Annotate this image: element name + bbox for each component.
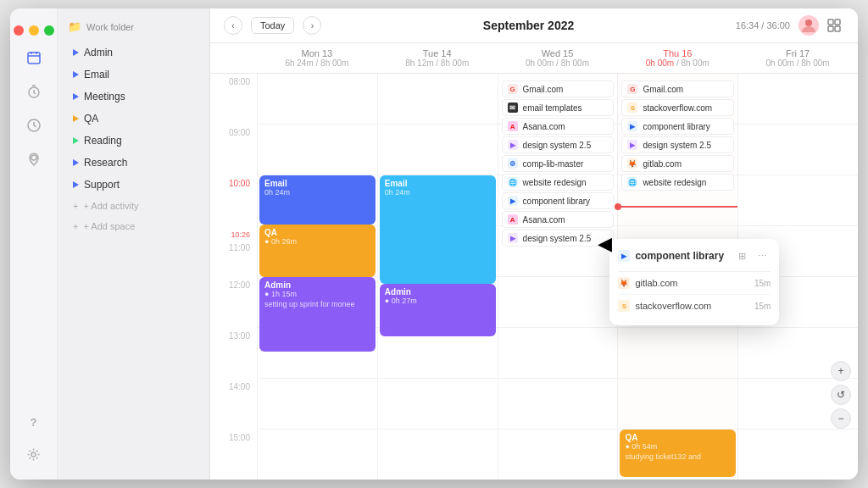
task-gmail-thu[interactable]: G Gmail.com — [621, 80, 734, 97]
task-gmail-wed[interactable]: G Gmail.com — [502, 80, 615, 97]
day-col-wed: G Gmail.com ✉ email templates A Asana.co… — [498, 74, 618, 480]
add-icon: + — [73, 221, 78, 231]
event-admin-tue[interactable]: Admin ● 0h 27m — [380, 284, 496, 336]
task-stackoverflow-thu[interactable]: S stackoverflow.com — [621, 99, 734, 116]
gitlab-icon: 🦊 — [618, 277, 630, 289]
maximize-button[interactable] — [44, 25, 54, 36]
event-email-mon[interactable]: Email 0h 24m — [259, 175, 376, 225]
event-qa-mon[interactable]: QA ● 0h 26m — [259, 225, 376, 277]
gmail-icon: G — [627, 84, 637, 94]
popup-header: ▶ component library ⊞ ⋯ — [618, 247, 771, 272]
sidebar-item-label: Support — [84, 179, 120, 191]
cursor: ▶ — [598, 233, 612, 255]
task-component-wed[interactable]: ▶ component library — [502, 192, 615, 209]
day-header-fri: Fri 17 0h 00m / 8h 00m — [737, 43, 858, 73]
folder-icon: 📁 — [68, 20, 81, 33]
prev-button[interactable]: ‹ — [224, 16, 242, 35]
sidebar-item-research[interactable]: Research — [63, 152, 204, 173]
nav-calendar[interactable] — [19, 42, 49, 73]
website-icon: 🌐 — [627, 177, 637, 187]
time-display: 16:34 / 36:00 — [736, 20, 790, 30]
email-icon: ✉ — [508, 103, 518, 113]
expand-icon — [73, 93, 79, 100]
close-button[interactable] — [14, 25, 24, 36]
sidebar-item-label: QA — [84, 113, 98, 125]
popup-edit-button[interactable]: ⊞ — [733, 247, 750, 264]
design2-icon: ▶ — [508, 233, 518, 243]
component-icon: ▶ — [508, 196, 518, 206]
sidebar-item-reading[interactable]: Reading — [63, 130, 204, 151]
sidebar-item-label: Reading — [84, 135, 122, 147]
grid-view-icon[interactable] — [824, 15, 844, 36]
day-header-thu: Thu 16 0h 00m / 8h 00m — [617, 43, 737, 73]
svg-rect-11 — [828, 26, 833, 31]
task-asana2-wed[interactable]: A Asana.com — [502, 211, 615, 228]
expand-icon — [73, 137, 79, 144]
add-space-button[interactable]: + + Add space — [63, 217, 204, 236]
zoom-reset-button[interactable]: ↺ — [831, 385, 851, 405]
nav-timers[interactable] — [19, 76, 49, 107]
task-website-thu[interactable]: 🌐 website redesign — [621, 174, 734, 191]
minimize-button[interactable] — [29, 25, 39, 36]
zoom-out-button[interactable]: − — [831, 408, 851, 429]
task-design-thu[interactable]: ▶ design system 2.5 — [621, 136, 734, 153]
nav-clock[interactable] — [19, 110, 49, 141]
next-button[interactable]: › — [303, 16, 321, 35]
expand-icon — [73, 49, 79, 56]
add-icon: + — [73, 201, 78, 211]
nav-help[interactable]: ? — [19, 407, 49, 437]
task-complibmaster-wed[interactable]: ⚙ comp-lib-master — [502, 155, 615, 172]
sidebar-header-label: Work folder — [86, 22, 134, 32]
wed-tasks: G Gmail.com ✉ email templates A Asana.co… — [498, 74, 618, 480]
sidebar-item-meetings[interactable]: Meetings — [63, 86, 204, 107]
add-activity-button[interactable]: + + Add activity — [63, 197, 204, 215]
stackoverflow-icon: S — [618, 300, 630, 312]
today-button[interactable]: Today — [251, 17, 294, 34]
popup-row-stackoverflow[interactable]: S stackoverflow.com 15m — [618, 295, 771, 317]
popup-more-button[interactable]: ⋯ — [754, 247, 771, 264]
thu-events: G Gmail.com S stackoverflow.com ▶ compon… — [618, 74, 737, 480]
task-design-wed[interactable]: ▶ design system 2.5 — [502, 136, 615, 153]
sidebar-item-email[interactable]: Email — [63, 64, 204, 85]
main-content: ‹ Today › September 2022 16:34 / 36:00 — [210, 8, 858, 480]
nav-location[interactable] — [19, 144, 49, 175]
day-col-tue: Email 0h 24m Admin ● 0h 27m — [377, 74, 498, 480]
calendar-scroll[interactable]: 08:00 09:00 10:00 10:26 11:00 12:00 13:0… — [210, 74, 858, 480]
sidebar-item-qa[interactable]: QA — [63, 108, 204, 129]
day-col-mon: Email 0h 24m QA ● 0h 26m Admin — [257, 74, 377, 480]
event-email-tue[interactable]: Email 0h 24m — [380, 175, 496, 284]
popup-title: component library — [635, 250, 728, 262]
stackoverflow-icon: S — [627, 103, 637, 113]
calendar-area: Mon 13 6h 24m / 8h 00m Tue 14 8h 12m / 8… — [210, 43, 858, 480]
sidebar-item-label: Research — [84, 157, 127, 169]
nav-settings[interactable] — [19, 439, 49, 469]
component-icon: ▶ — [627, 121, 637, 131]
sidebar-item-support[interactable]: Support — [63, 175, 204, 195]
zoom-in-button[interactable]: + — [831, 361, 851, 381]
time-gutter — [210, 43, 257, 73]
task-website-wed[interactable]: 🌐 website redesign — [502, 174, 615, 191]
svg-point-8 — [805, 19, 812, 26]
expand-icon — [73, 159, 79, 166]
popup-component-icon: ▶ — [618, 250, 630, 262]
svg-rect-0 — [28, 53, 40, 64]
task-gitlab-thu[interactable]: 🦊 gitlab.com — [621, 155, 734, 172]
topbar: ‹ Today › September 2022 16:34 / 36:00 — [210, 8, 858, 43]
icon-bar: ? — [10, 8, 58, 480]
mon-events: Email 0h 24m QA ● 0h 26m Admin — [258, 74, 377, 480]
svg-rect-9 — [828, 19, 833, 25]
task-asana-wed[interactable]: A Asana.com — [502, 118, 615, 135]
svg-rect-12 — [835, 26, 840, 31]
sidebar-item-admin[interactable]: Admin — [63, 42, 204, 63]
user-avatar[interactable] — [798, 15, 819, 36]
popup-row-gitlab[interactable]: 🦊 gitlab.com 15m — [618, 272, 771, 295]
task-popup: ▶ component library ⊞ ⋯ 🦊 gitlab. — [609, 239, 779, 325]
event-admin-mon[interactable]: Admin ● 1h 15m setting up sprint for mon… — [259, 277, 376, 352]
task-email-templates-wed[interactable]: ✉ email templates — [502, 99, 615, 116]
tue-events: Email 0h 24m Admin ● 0h 27m — [378, 74, 498, 480]
svg-point-7 — [31, 452, 36, 457]
asana-icon: A — [508, 121, 518, 131]
task-component-thu[interactable]: ▶ component library — [621, 118, 734, 135]
event-qa-thu[interactable]: QA ● 0h 54m studying ticket132 and — [620, 430, 736, 477]
day-col-thu: G Gmail.com S stackoverflow.com ▶ compon… — [617, 74, 737, 480]
